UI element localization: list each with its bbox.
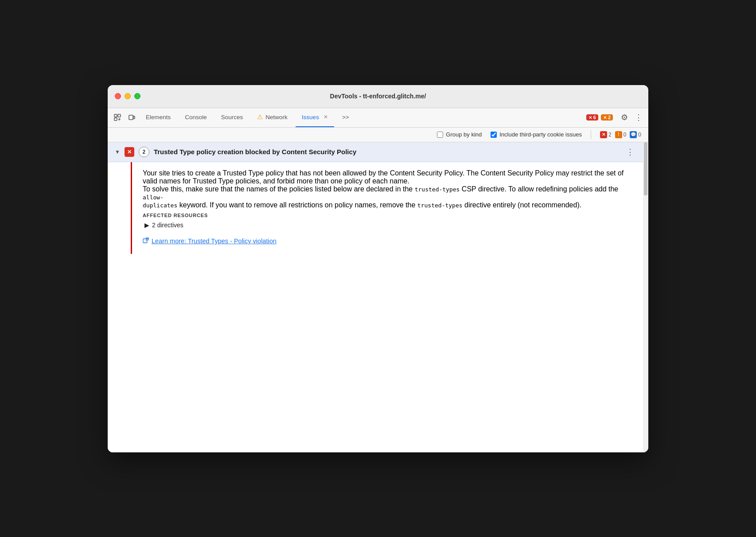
issue-header[interactable]: ▼ ✕ 2 Trusted Type policy creation block… [108, 142, 643, 162]
inspector-icon[interactable] [111, 111, 124, 124]
p2-text-end: directive entirely (not recommended). [463, 201, 582, 209]
issue-x-icon: ✕ [127, 149, 132, 155]
issue-error-badge: ✕ [125, 147, 134, 157]
affected-resources: AFFECTED RESOURCES ▶ 2 directives [143, 213, 625, 229]
group-by-kind-label[interactable]: Group by kind [437, 131, 482, 138]
orange-badge-count: ! 0 [615, 131, 627, 138]
issue-description-p2: To solve this, make sure that the names … [143, 185, 625, 209]
options-badges: ✕ 2 ! 0 💬 0 [600, 131, 641, 138]
include-third-party-checkbox[interactable] [491, 132, 497, 138]
warning-icon: ✕ [603, 115, 607, 120]
tab-issues[interactable]: Issues ✕ [296, 108, 334, 127]
svg-rect-7 [143, 239, 147, 243]
tab-bar: Elements Console Sources ⚠ Network Issue… [108, 108, 648, 128]
p2-text-before: To solve this, make sure that the names … [143, 185, 415, 193]
content-area: ▼ ✕ 2 Trusted Type policy creation block… [108, 142, 648, 452]
directives-toggle[interactable]: ▶ 2 directives [144, 222, 625, 229]
tab-issues-close[interactable]: ✕ [323, 114, 328, 120]
chevron-right-icon: ▶ [144, 222, 149, 229]
code-trusted-types-2: trusted-types [417, 202, 463, 209]
learn-more-link[interactable]: Learn more: Trusted Types - Policy viola… [143, 237, 625, 245]
svg-rect-0 [114, 114, 117, 117]
minimize-button[interactable] [125, 93, 131, 99]
orange-warning-icon: ! [615, 131, 622, 138]
issue-title: Trusted Type policy creation blocked by … [154, 148, 620, 156]
blue-chat-icon: 💬 [630, 131, 637, 138]
tab-console[interactable]: Console [179, 108, 213, 127]
svg-rect-5 [129, 115, 133, 120]
svg-rect-2 [114, 118, 117, 121]
error-badge: ✕ 6 [586, 114, 598, 121]
tab-sources[interactable]: Sources [215, 108, 249, 127]
device-icon[interactable] [125, 111, 138, 124]
issue-more-button[interactable]: ⋮ [624, 147, 636, 157]
issue-count-circle: 2 [139, 147, 149, 157]
red-badge-count: ✕ 2 [600, 131, 612, 138]
affected-label: AFFECTED RESOURCES [143, 213, 625, 218]
p2-text-mid1: CSP directive. To allow redefining polic… [460, 185, 618, 193]
chevron-down-icon: ▼ [115, 149, 120, 155]
error-x-icon: ✕ [588, 115, 592, 120]
svg-rect-6 [133, 116, 135, 119]
tab-network[interactable]: ⚠ Network [251, 108, 294, 127]
red-x-icon: ✕ [600, 131, 607, 138]
group-by-kind-checkbox[interactable] [437, 132, 443, 138]
tab-more[interactable]: >> [336, 108, 355, 127]
devtools-window: DevTools - tt-enforced.glitch.me/ Elemen… [108, 85, 648, 452]
close-button[interactable] [115, 93, 121, 99]
network-warning-icon: ⚠ [257, 113, 263, 121]
blue-badge-count: 💬 0 [630, 131, 641, 138]
options-divider [591, 130, 591, 139]
scrollbar[interactable] [643, 142, 648, 452]
options-bar: Group by kind Include third-party cookie… [108, 128, 648, 142]
more-options-icon[interactable]: ⋮ [632, 111, 645, 124]
main-panel: ▼ ✕ 2 Trusted Type policy creation block… [108, 142, 643, 452]
code-allow-duplicates: allow-duplicates [143, 194, 177, 209]
traffic-lights [115, 93, 140, 99]
code-trusted-types-1: trusted-types [415, 186, 460, 193]
maximize-button[interactable] [134, 93, 140, 99]
settings-icon[interactable]: ⚙ [618, 111, 631, 124]
include-third-party-label[interactable]: Include third-party cookie issues [491, 131, 582, 138]
issue-description-p1: Your site tries to create a Trusted Type… [143, 169, 625, 185]
tab-elements[interactable]: Elements [140, 108, 177, 127]
issue-body: Your site tries to create a Trusted Type… [131, 162, 643, 254]
window-title: DevTools - tt-enforced.glitch.me/ [330, 93, 426, 100]
svg-rect-1 [118, 114, 121, 117]
warning-badge: ✕ 2 [601, 114, 613, 121]
titlebar: DevTools - tt-enforced.glitch.me/ [108, 85, 648, 108]
external-link-icon [143, 237, 149, 245]
p2-text-mid2: keyword. If you want to remove all restr… [177, 201, 417, 209]
